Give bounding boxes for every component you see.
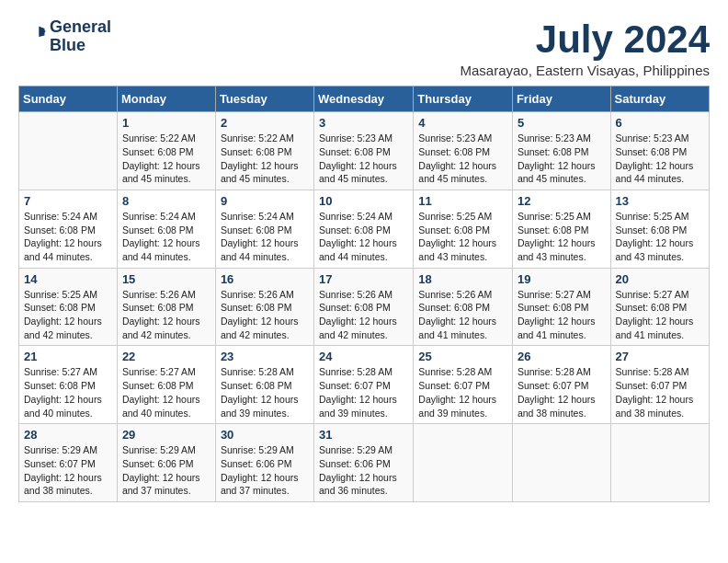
day-number: 24 bbox=[319, 350, 408, 363]
day-info: Sunrise: 5:27 AM Sunset: 6:08 PM Dayligh… bbox=[518, 288, 606, 342]
day-number: 27 bbox=[616, 350, 704, 363]
title-block: July 2024 Masarayao, Eastern Visayas, Ph… bbox=[460, 18, 710, 78]
logo-icon bbox=[18, 23, 46, 51]
day-number: 7 bbox=[24, 194, 112, 208]
header-thursday: Thursday bbox=[414, 86, 513, 112]
day-cell: 31Sunrise: 5:29 AM Sunset: 6:06 PM Dayli… bbox=[314, 424, 414, 502]
day-info: Sunrise: 5:27 AM Sunset: 6:08 PM Dayligh… bbox=[122, 365, 210, 419]
header-friday: Friday bbox=[512, 86, 610, 112]
svg-rect-0 bbox=[18, 23, 46, 51]
day-number: 10 bbox=[319, 194, 408, 208]
week-row-1: 1Sunrise: 5:22 AM Sunset: 6:08 PM Daylig… bbox=[19, 112, 710, 190]
day-info: Sunrise: 5:25 AM Sunset: 6:08 PM Dayligh… bbox=[518, 210, 606, 264]
day-number: 19 bbox=[518, 272, 606, 286]
day-number: 30 bbox=[221, 428, 309, 442]
day-number: 4 bbox=[418, 116, 507, 130]
day-cell: 12Sunrise: 5:25 AM Sunset: 6:08 PM Dayli… bbox=[512, 190, 610, 268]
day-info: Sunrise: 5:26 AM Sunset: 6:08 PM Dayligh… bbox=[221, 288, 309, 342]
day-number: 2 bbox=[221, 116, 309, 130]
day-cell: 3Sunrise: 5:23 AM Sunset: 6:08 PM Daylig… bbox=[314, 112, 414, 190]
day-cell: 11Sunrise: 5:25 AM Sunset: 6:08 PM Dayli… bbox=[414, 190, 513, 268]
week-row-5: 28Sunrise: 5:29 AM Sunset: 6:07 PM Dayli… bbox=[19, 424, 710, 502]
day-cell: 27Sunrise: 5:28 AM Sunset: 6:07 PM Dayli… bbox=[610, 346, 709, 424]
day-cell: 9Sunrise: 5:24 AM Sunset: 6:08 PM Daylig… bbox=[215, 190, 313, 268]
day-info: Sunrise: 5:24 AM Sunset: 6:08 PM Dayligh… bbox=[24, 210, 112, 264]
day-number: 9 bbox=[221, 194, 309, 208]
day-number: 3 bbox=[319, 116, 408, 130]
header-row: SundayMondayTuesdayWednesdayThursdayFrid… bbox=[19, 86, 710, 112]
day-cell: 21Sunrise: 5:27 AM Sunset: 6:08 PM Dayli… bbox=[19, 346, 118, 424]
day-number: 23 bbox=[221, 350, 309, 363]
day-info: Sunrise: 5:29 AM Sunset: 6:07 PM Dayligh… bbox=[24, 443, 112, 498]
day-number: 18 bbox=[418, 272, 507, 286]
day-cell: 16Sunrise: 5:26 AM Sunset: 6:08 PM Dayli… bbox=[215, 268, 313, 346]
day-info: Sunrise: 5:25 AM Sunset: 6:08 PM Dayligh… bbox=[616, 210, 704, 264]
day-cell: 24Sunrise: 5:28 AM Sunset: 6:07 PM Dayli… bbox=[314, 346, 414, 424]
day-info: Sunrise: 5:24 AM Sunset: 6:08 PM Dayligh… bbox=[221, 210, 309, 264]
day-number: 17 bbox=[319, 272, 408, 286]
day-number: 13 bbox=[616, 194, 704, 208]
day-info: Sunrise: 5:25 AM Sunset: 6:08 PM Dayligh… bbox=[418, 210, 507, 264]
day-info: Sunrise: 5:24 AM Sunset: 6:08 PM Dayligh… bbox=[122, 210, 210, 264]
day-cell: 30Sunrise: 5:29 AM Sunset: 6:06 PM Dayli… bbox=[215, 424, 313, 502]
day-info: Sunrise: 5:28 AM Sunset: 6:07 PM Dayligh… bbox=[616, 365, 704, 419]
page-header: General Blue July 2024 Masarayao, Easter… bbox=[18, 18, 710, 78]
day-cell: 8Sunrise: 5:24 AM Sunset: 6:08 PM Daylig… bbox=[117, 190, 215, 268]
day-cell: 28Sunrise: 5:29 AM Sunset: 6:07 PM Dayli… bbox=[19, 424, 118, 502]
week-row-2: 7Sunrise: 5:24 AM Sunset: 6:08 PM Daylig… bbox=[19, 190, 710, 268]
week-row-4: 21Sunrise: 5:27 AM Sunset: 6:08 PM Dayli… bbox=[19, 346, 710, 424]
day-info: Sunrise: 5:24 AM Sunset: 6:08 PM Dayligh… bbox=[319, 210, 408, 264]
day-number: 31 bbox=[319, 428, 408, 442]
day-info: Sunrise: 5:25 AM Sunset: 6:08 PM Dayligh… bbox=[24, 288, 112, 342]
day-cell bbox=[512, 424, 610, 502]
day-cell: 26Sunrise: 5:28 AM Sunset: 6:07 PM Dayli… bbox=[512, 346, 610, 424]
day-cell: 13Sunrise: 5:25 AM Sunset: 6:08 PM Dayli… bbox=[610, 190, 709, 268]
logo: General Blue bbox=[18, 18, 111, 55]
day-info: Sunrise: 5:27 AM Sunset: 6:08 PM Dayligh… bbox=[616, 288, 704, 342]
day-number: 21 bbox=[24, 350, 112, 363]
day-number: 8 bbox=[122, 194, 210, 208]
month-title: July 2024 bbox=[460, 18, 710, 61]
day-info: Sunrise: 5:23 AM Sunset: 6:08 PM Dayligh… bbox=[616, 132, 704, 186]
day-cell: 1Sunrise: 5:22 AM Sunset: 6:08 PM Daylig… bbox=[117, 112, 215, 190]
day-cell: 15Sunrise: 5:26 AM Sunset: 6:08 PM Dayli… bbox=[117, 268, 215, 346]
day-cell: 18Sunrise: 5:26 AM Sunset: 6:08 PM Dayli… bbox=[414, 268, 513, 346]
header-saturday: Saturday bbox=[610, 86, 709, 112]
day-info: Sunrise: 5:23 AM Sunset: 6:08 PM Dayligh… bbox=[319, 132, 408, 186]
day-number: 29 bbox=[122, 428, 210, 442]
logo-text: General Blue bbox=[50, 18, 111, 55]
day-info: Sunrise: 5:23 AM Sunset: 6:08 PM Dayligh… bbox=[418, 132, 507, 186]
day-cell: 17Sunrise: 5:26 AM Sunset: 6:08 PM Dayli… bbox=[314, 268, 414, 346]
day-info: Sunrise: 5:26 AM Sunset: 6:08 PM Dayligh… bbox=[418, 288, 507, 342]
day-number: 28 bbox=[24, 428, 112, 442]
header-sunday: Sunday bbox=[19, 86, 118, 112]
day-cell: 10Sunrise: 5:24 AM Sunset: 6:08 PM Dayli… bbox=[314, 190, 414, 268]
day-cell: 5Sunrise: 5:23 AM Sunset: 6:08 PM Daylig… bbox=[512, 112, 610, 190]
calendar-table: SundayMondayTuesdayWednesdayThursdayFrid… bbox=[18, 86, 710, 502]
day-cell: 29Sunrise: 5:29 AM Sunset: 6:06 PM Dayli… bbox=[117, 424, 215, 502]
day-cell bbox=[19, 112, 118, 190]
day-cell: 7Sunrise: 5:24 AM Sunset: 6:08 PM Daylig… bbox=[19, 190, 118, 268]
day-info: Sunrise: 5:23 AM Sunset: 6:08 PM Dayligh… bbox=[518, 132, 606, 186]
day-info: Sunrise: 5:22 AM Sunset: 6:08 PM Dayligh… bbox=[122, 132, 210, 186]
day-number: 14 bbox=[24, 272, 112, 286]
day-cell: 4Sunrise: 5:23 AM Sunset: 6:08 PM Daylig… bbox=[414, 112, 513, 190]
day-info: Sunrise: 5:28 AM Sunset: 6:08 PM Dayligh… bbox=[221, 365, 309, 419]
day-info: Sunrise: 5:26 AM Sunset: 6:08 PM Dayligh… bbox=[122, 288, 210, 342]
day-info: Sunrise: 5:22 AM Sunset: 6:08 PM Dayligh… bbox=[221, 132, 309, 186]
day-number: 5 bbox=[518, 116, 606, 130]
day-number: 26 bbox=[518, 350, 606, 363]
day-info: Sunrise: 5:29 AM Sunset: 6:06 PM Dayligh… bbox=[221, 443, 309, 498]
day-cell: 6Sunrise: 5:23 AM Sunset: 6:08 PM Daylig… bbox=[610, 112, 709, 190]
day-number: 16 bbox=[221, 272, 309, 286]
header-tuesday: Tuesday bbox=[215, 86, 313, 112]
location: Masarayao, Eastern Visayas, Philippines bbox=[460, 63, 710, 78]
day-number: 25 bbox=[418, 350, 507, 363]
day-info: Sunrise: 5:28 AM Sunset: 6:07 PM Dayligh… bbox=[319, 365, 408, 419]
day-cell: 14Sunrise: 5:25 AM Sunset: 6:08 PM Dayli… bbox=[19, 268, 118, 346]
day-cell: 23Sunrise: 5:28 AM Sunset: 6:08 PM Dayli… bbox=[215, 346, 313, 424]
day-number: 12 bbox=[518, 194, 606, 208]
day-info: Sunrise: 5:29 AM Sunset: 6:06 PM Dayligh… bbox=[319, 443, 408, 498]
day-info: Sunrise: 5:27 AM Sunset: 6:08 PM Dayligh… bbox=[24, 365, 112, 419]
day-cell: 25Sunrise: 5:28 AM Sunset: 6:07 PM Dayli… bbox=[414, 346, 513, 424]
